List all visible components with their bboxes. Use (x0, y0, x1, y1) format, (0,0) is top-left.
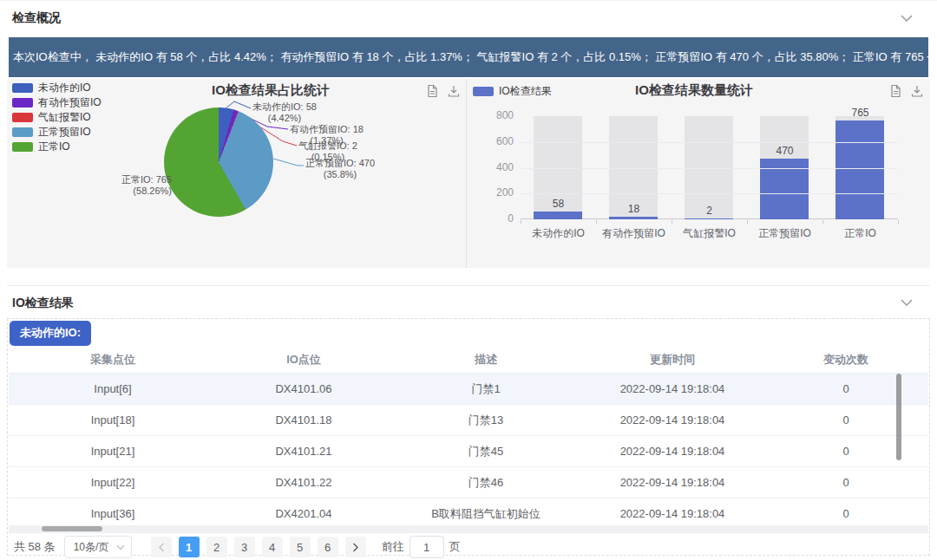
x-axis-category-label: 正常预留IO (747, 226, 822, 241)
table-cell: DX4101.22 (217, 467, 390, 498)
legend-swatch (12, 98, 33, 107)
page-button[interactable]: 1 (179, 537, 200, 557)
bar-chart-title: IO检查结果数量统计 (635, 82, 753, 99)
total-count-label: 共 58 条 (14, 539, 56, 555)
page-button[interactable]: 2 (206, 537, 227, 557)
page-button[interactable]: 3 (234, 537, 255, 557)
table-row[interactable]: Input[18]DX4101.18门禁132022-09-14 19:18:0… (9, 405, 928, 436)
overview-section-title: 检查概况 (12, 10, 61, 26)
bar-legend[interactable]: IO检查结果 (473, 84, 552, 99)
table-header-cell: 采集点位 (9, 347, 217, 373)
x-axis-tick (747, 220, 748, 224)
table-cell: 2022-09-14 19:18:04 (581, 405, 763, 435)
section-divider (7, 285, 930, 286)
goto-page-input[interactable] (410, 536, 444, 558)
table-cell: 门禁45 (390, 436, 581, 466)
legend-swatch (12, 142, 33, 152)
table-row[interactable]: Input[6]DX4101.06门禁12022-09-14 19:18:040 (9, 374, 928, 405)
io-results-table: 采集点位IO点位描述更新时间变动次数 Input[6]DX4101.06门禁12… (9, 347, 928, 530)
table-header-cell: 变动次数 (763, 347, 928, 373)
bar[interactable] (534, 212, 582, 219)
pagination-bar: 共 58 条 10条/页 123456 前往 页 (9, 532, 928, 555)
legend-item[interactable]: 正常预留IO (12, 127, 102, 137)
goto-label: 前往 (382, 539, 404, 555)
page-button[interactable]: 5 (290, 537, 311, 557)
table-row[interactable]: Input[21]DX4101.21门禁452022-09-14 19:18:0… (9, 436, 928, 467)
pie-slice-label: 正常IO: 765(58.26%) (121, 174, 172, 197)
x-axis-category-label: 气缸报警IO (672, 226, 747, 241)
pie-label-name-value: 正常预留IO: 470 (305, 158, 375, 169)
page-button[interactable]: 4 (262, 537, 283, 557)
horizontal-scrollbar-thumb[interactable] (42, 526, 102, 531)
pie-label-name-value: 有动作预留IO: 18 (290, 124, 364, 135)
page-suffix-label: 页 (449, 539, 461, 555)
bar-chart-card: IO检查结果 IO检查结果数量统计 58未动作的IO18有动作预留IO2气缸报警… (467, 79, 930, 268)
x-axis-category-label: 正常IO (822, 226, 898, 241)
table-cell: 2022-09-14 19:18:04 (581, 467, 763, 498)
bar-legend-label: IO检查结果 (499, 84, 552, 99)
overview-collapse-chevron-down-icon[interactable] (901, 15, 913, 23)
pie-label-percent: (4.42%) (252, 113, 317, 124)
table-cell: DX4101.18 (217, 405, 390, 435)
bar-value-label: 18 (596, 203, 672, 215)
pie-label-percent: (35.8%) (305, 169, 375, 180)
table-header-cell: IO点位 (217, 347, 390, 373)
horizontal-scrollbar-track[interactable] (9, 525, 928, 532)
table-cell: 0 (763, 405, 928, 435)
vertical-scrollbar-thumb[interactable] (896, 374, 901, 460)
prev-page-button[interactable] (151, 537, 172, 557)
table-cell: Input[22] (9, 467, 217, 498)
x-axis-tick (822, 220, 823, 224)
bar[interactable] (609, 217, 658, 219)
legend-item[interactable]: 未动作的IO (12, 82, 102, 93)
legend-label: 正常IO (38, 140, 70, 154)
chevron-down-icon (116, 544, 125, 550)
legend-label: 未动作的IO (38, 81, 91, 95)
bar-legend-swatch (473, 87, 494, 96)
table-row[interactable]: Input[22]DX4101.22门禁462022-09-14 19:18:0… (9, 467, 928, 498)
legend-swatch (12, 83, 33, 93)
results-section-title: IO检查结果 (12, 296, 74, 311)
y-axis-tick-label: 400 (474, 161, 514, 173)
table-cell: 0 (763, 436, 928, 466)
table-cell: 0 (763, 498, 928, 529)
table-cell: Input[18] (9, 405, 217, 435)
legend-swatch (12, 127, 33, 137)
bar-plot: 58未动作的IO18有动作预留IO2气缸报警IO470正常预留IO765正常IO… (521, 116, 898, 219)
table-cell: DX4101.06 (217, 374, 390, 404)
page-button[interactable]: 6 (318, 537, 338, 557)
x-axis-tick (596, 220, 597, 224)
download-icon[interactable] (447, 84, 461, 98)
page-size-select[interactable]: 10条/页 (64, 536, 132, 558)
table-cell: Input[36] (9, 498, 217, 529)
results-collapse-chevron-down-icon[interactable] (901, 299, 913, 307)
table-cell: DX4201.04 (217, 498, 390, 529)
legend-label: 气缸报警IO (38, 110, 91, 125)
bar-value-label: 470 (747, 145, 822, 157)
next-page-button[interactable] (345, 537, 366, 557)
pie-toolbox (425, 84, 461, 98)
x-axis-tick (898, 220, 899, 224)
data-view-icon[interactable] (425, 84, 439, 98)
table-cell: 0 (763, 467, 928, 498)
table-cell: Input[6] (9, 374, 217, 404)
bar[interactable] (835, 120, 884, 219)
legend-item[interactable]: 气缸报警IO (12, 112, 102, 122)
table-cell: 门禁13 (390, 405, 581, 435)
y-axis-tick-label: 600 (474, 135, 514, 147)
results-panel: 未动作的IO: 采集点位IO点位描述更新时间变动次数 Input[6]DX410… (7, 318, 930, 556)
table-header-cell: 描述 (390, 347, 581, 373)
bar-value-label: 2 (672, 205, 747, 217)
data-view-icon[interactable] (888, 84, 902, 98)
legend-item[interactable]: 有动作预留IO (12, 97, 102, 107)
pie-slice-label: 未动作的IO: 58(4.42%) (252, 101, 317, 124)
pagination-pages: 123456 (175, 537, 342, 557)
legend-item[interactable]: 正常IO (12, 141, 102, 152)
pie-legend: 未动作的IO有动作预留IO气缸报警IO正常预留IO正常IO (12, 82, 102, 156)
pie-label-percent: (58.26%) (121, 186, 172, 197)
pie-chart-card: 未动作的IO有动作预留IO气缸报警IO正常预留IO正常IO IO检查结果占比统计 (7, 79, 466, 268)
bar[interactable] (685, 218, 733, 219)
table-body: Input[6]DX4101.06门禁12022-09-14 19:18:040… (9, 374, 928, 530)
bar-toolbox (888, 84, 924, 98)
download-icon[interactable] (910, 84, 924, 98)
